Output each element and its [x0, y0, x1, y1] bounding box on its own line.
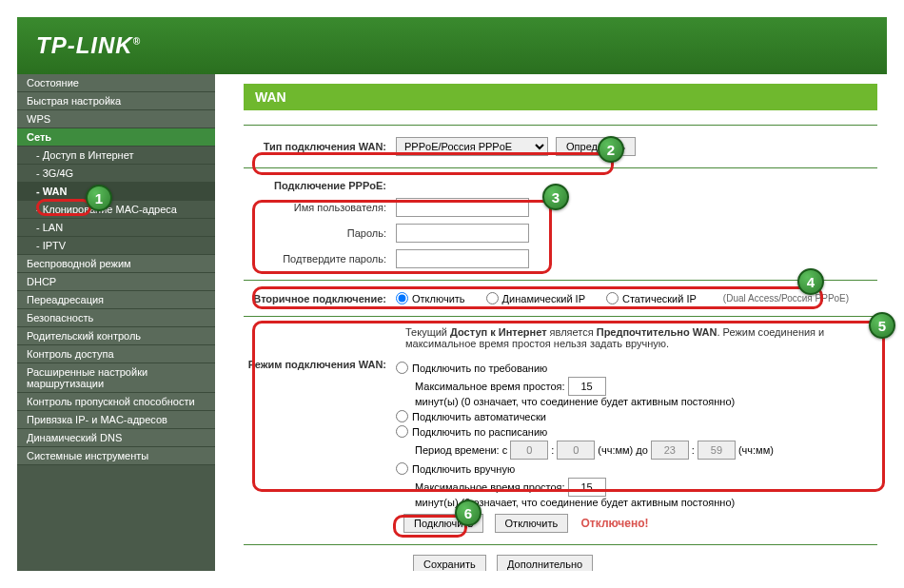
conn-type-select[interactable]: PPPoE/Россия PPPoE	[396, 137, 548, 156]
mode-auto-label: Подключить автоматически	[412, 411, 546, 422]
period-label: Период времени: с	[415, 444, 507, 456]
sec-dynamic-label: Динамический IP	[502, 293, 585, 304]
idle-input-2[interactable]	[568, 478, 606, 497]
sidebar-item-status[interactable]: Состояние	[17, 74, 215, 92]
password-input[interactable]	[396, 224, 529, 243]
sidebar-item-routing[interactable]: Расширенные настройки маршрутизации	[17, 363, 215, 393]
pppoe-header: Подключение PPPoE:	[244, 180, 396, 191]
sidebar-item-ddns[interactable]: Динамический DNS	[17, 429, 215, 447]
mode-manual-label: Подключить вручную	[412, 463, 515, 475]
badge-6: 6	[455, 500, 481, 526]
sidebar-item-bandwidth[interactable]: Контроль пропускной способности	[17, 393, 215, 411]
sidebar-item-wireless[interactable]: Беспроводной режим	[17, 255, 215, 273]
advanced-button[interactable]: Дополнительно	[497, 555, 593, 571]
disconnect-button[interactable]: Отключить	[495, 514, 569, 533]
sidebar-item-access-control[interactable]: Контроль доступа	[17, 345, 215, 363]
username-label: Имя пользователя:	[244, 202, 396, 213]
period-mid: (чч:мм) до	[598, 444, 648, 456]
period-to-h	[651, 441, 689, 460]
badge-4: 4	[797, 268, 824, 295]
sec-static-radio[interactable]	[606, 292, 619, 304]
mode-schedule-radio[interactable]	[396, 425, 408, 438]
period-from-h	[510, 441, 548, 460]
status-line: Текущий Доступ к Интернет является Предп…	[405, 326, 877, 349]
sidebar-item-3g4g[interactable]: - 3G/4G	[17, 165, 215, 183]
mode-manual-radio[interactable]	[396, 462, 408, 475]
sec-static-label: Статический IP	[622, 293, 697, 304]
status-disconnected: Отключено!	[581, 517, 649, 530]
confirm-label: Подтвердите пароль:	[244, 253, 396, 265]
sidebar-item-wan[interactable]: - WAN	[17, 183, 215, 201]
sec-disable-label: Отключить	[412, 293, 465, 304]
sec-hint: (Dual Access/Россия PPPoE)	[723, 293, 849, 304]
sidebar-item-dhcp[interactable]: DHCP	[17, 273, 215, 291]
save-button[interactable]: Сохранить	[413, 555, 486, 571]
sidebar-item-forwarding[interactable]: Переадресация	[17, 291, 215, 309]
mode-demand-radio[interactable]	[396, 362, 408, 374]
sidebar-item-iptv[interactable]: - IPTV	[17, 237, 215, 255]
username-input[interactable]	[396, 198, 529, 217]
sidebar: Состояние Быстрая настройка WPS Сеть - Д…	[17, 74, 215, 571]
confirm-password-input[interactable]	[396, 249, 529, 268]
mode-auto-radio[interactable]	[396, 410, 408, 422]
sidebar-item-security[interactable]: Безопасность	[17, 309, 215, 327]
mode-schedule-label: Подключить по расписанию	[412, 426, 547, 438]
sidebar-item-internet-access[interactable]: - Доступ в Интернет	[17, 147, 215, 165]
sidebar-item-ip-mac[interactable]: Привязка IP- и MAC-адресов	[17, 411, 215, 429]
period-end: (чч:мм)	[738, 444, 774, 456]
sec-disable-radio[interactable]	[396, 292, 408, 304]
main-content: WAN Тип подключения WAN: PPPoE/Россия PP…	[215, 74, 887, 571]
header: TP-LINK®	[17, 17, 887, 74]
badge-2: 2	[598, 136, 624, 163]
badge-3: 3	[542, 184, 569, 210]
badge-1: 1	[86, 185, 112, 211]
mode-label: Режим подключения WAN:	[244, 359, 396, 370]
sidebar-item-system-tools[interactable]: Системные инструменты	[17, 447, 215, 465]
brand-logo: TP-LINK®	[36, 32, 141, 59]
idle-label-1: Максимальное время простоя:	[415, 381, 565, 392]
badge-5: 5	[869, 312, 895, 339]
idle-unit-1: минут(ы) (0 означает, что соединение буд…	[415, 396, 735, 407]
idle-label-2: Максимальное время простоя:	[415, 481, 565, 493]
sidebar-item-parental[interactable]: Родительский контроль	[17, 327, 215, 345]
sidebar-item-lan[interactable]: - LAN	[17, 219, 215, 237]
secondary-label: Вторичное подключение:	[244, 293, 396, 304]
sidebar-item-wps[interactable]: WPS	[17, 110, 215, 128]
sec-dynamic-radio[interactable]	[486, 292, 499, 304]
page-title: WAN	[244, 84, 877, 110]
idle-input-1[interactable]	[568, 377, 606, 396]
sidebar-item-mac-clone[interactable]: - Клонирование MAC-адреса	[17, 201, 215, 219]
password-label: Пароль:	[244, 227, 396, 239]
sidebar-item-quick-setup[interactable]: Быстрая настройка	[17, 92, 215, 110]
period-to-m	[698, 441, 736, 460]
sidebar-item-network[interactable]: Сеть	[17, 128, 215, 147]
conn-type-label: Тип подключения WAN:	[244, 141, 396, 152]
period-from-m	[557, 441, 595, 460]
mode-demand-label: Подключить по требованию	[412, 363, 547, 374]
